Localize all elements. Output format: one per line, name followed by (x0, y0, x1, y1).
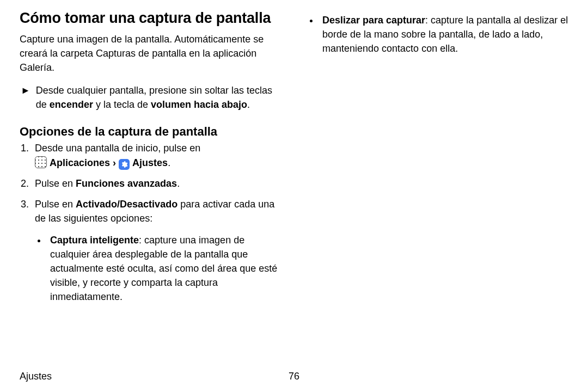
instruction-text: Desde cualquier pantalla, presione sin s… (36, 83, 281, 112)
instr-mid: y la tecla de (93, 99, 151, 110)
page-columns: Cómo tomar una captura de pantalla Captu… (0, 0, 588, 359)
step-3: Pulse en Activado/Desactivado para activ… (32, 197, 281, 304)
apps-grid-icon (35, 156, 47, 168)
step3-bold: Activado/Desactivado (76, 199, 177, 210)
step2-suffix: . (177, 178, 180, 189)
primary-instruction: ► Desde cualquier pantalla, presione sin… (20, 83, 281, 112)
column-left: Cómo tomar una captura de pantalla Captu… (20, 10, 281, 359)
page-footer: Ajustes 76 (20, 371, 568, 382)
column-right: Deslizar para capturar: capture la panta… (307, 10, 568, 359)
settings-label: Ajustes (132, 157, 168, 168)
step-2: Pulse en Funciones avanzadas. (32, 176, 281, 191)
step1-line: Desde una pantalla de inicio, pulse en (35, 143, 200, 154)
bullet-smart-capture: Captura inteligente: capture una imagen … (47, 233, 281, 304)
steps-list: Desde una pantalla de inicio, pulse en A… (20, 141, 281, 304)
chevron-right-icon: › (113, 157, 116, 168)
bullet1-bold: Captura inteligente (50, 235, 139, 246)
page-title: Cómo tomar una captura de pantalla (20, 10, 281, 27)
intro-paragraph: Capture una imagen de la pantalla. Autom… (20, 32, 281, 75)
apps-label: Aplicaciones (50, 157, 110, 168)
options-subheading: Opciones de la captura de pantalla (20, 125, 281, 139)
instr-suffix: . (247, 99, 250, 110)
settings-gear-icon (119, 159, 130, 170)
footer-section: Ajustes (20, 371, 52, 382)
triangle-marker-icon: ► (21, 83, 30, 112)
bullet2-bold: Deslizar para capturar (322, 15, 425, 26)
step2-prefix: Pulse en (35, 178, 76, 189)
footer-page-number: 76 (289, 371, 299, 382)
instr-power: encender (50, 99, 93, 110)
options-bullets-left: Captura inteligente: capture una imagen … (35, 233, 281, 304)
step-1: Desde una pantalla de inicio, pulse en A… (32, 141, 281, 169)
step3-prefix: Pulse en (35, 199, 76, 210)
step1-period: . (168, 157, 170, 168)
options-bullets-right: Deslizar para capturar: capture la panta… (307, 13, 568, 56)
step2-bold: Funciones avanzadas (76, 178, 177, 189)
bullet-palm-swipe: Deslizar para capturar: capture la panta… (319, 13, 568, 56)
instr-voldown: volumen hacia abajo (151, 99, 247, 110)
